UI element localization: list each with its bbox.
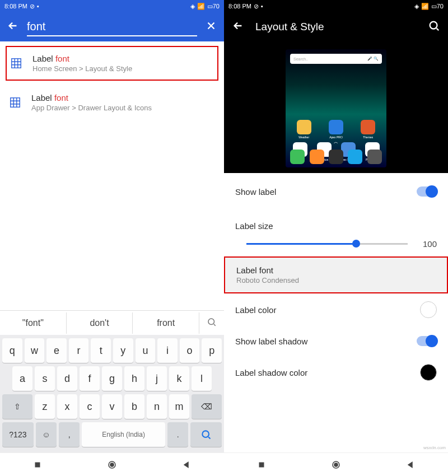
wifi-icon: ◈ bbox=[190, 3, 195, 10]
key[interactable]: c bbox=[80, 394, 100, 419]
status-bar: 8:08 PM ⊘ ▪ ◈ 📶 ▭70 bbox=[0, 0, 224, 12]
svg-point-10 bbox=[334, 463, 338, 466]
setting-label-color[interactable]: Label color bbox=[224, 293, 448, 326]
key[interactable]: p bbox=[202, 338, 222, 363]
search-input[interactable] bbox=[27, 18, 197, 36]
setting-shadow-color[interactable]: Label shadow color bbox=[224, 356, 448, 389]
suggestion[interactable]: front bbox=[133, 312, 199, 334]
search-result-item[interactable]: Label font Home Screen > Layout & Style bbox=[6, 46, 218, 81]
suggestion[interactable]: "font" bbox=[0, 312, 67, 334]
setting-show-shadow[interactable]: Show label shadow bbox=[224, 326, 448, 356]
label-size-slider[interactable]: 100 bbox=[224, 237, 448, 256]
key[interactable]: w bbox=[25, 338, 45, 363]
key[interactable]: d bbox=[57, 366, 77, 391]
search-result-item[interactable]: Label font App Drawer > Drawer Layout & … bbox=[0, 85, 224, 120]
setting-label-size: Label size bbox=[224, 207, 448, 237]
setting-label-font[interactable]: Label font Roboto Condensed bbox=[224, 256, 448, 293]
phone-left: 8:08 PM ⊘ ▪ ◈ 📶 ▭70 Label font Home Scre… bbox=[0, 0, 224, 476]
preview-dock bbox=[288, 150, 384, 164]
search-key[interactable] bbox=[190, 422, 222, 447]
back-icon[interactable] bbox=[7, 20, 19, 34]
svg-point-7 bbox=[430, 22, 437, 29]
wifi-icon: ◈ bbox=[414, 3, 419, 10]
search-icon[interactable] bbox=[428, 20, 440, 34]
key[interactable]: r bbox=[69, 338, 89, 363]
setting-show-label[interactable]: Show label bbox=[224, 176, 448, 207]
watermark: wsxdn.com bbox=[423, 445, 446, 450]
svg-point-2 bbox=[208, 319, 214, 325]
notification-icon: ▪ bbox=[37, 3, 39, 10]
back-icon[interactable] bbox=[232, 20, 244, 34]
keyboard: q w e r t y u i o p a s d f g h j k l ⇧ … bbox=[0, 335, 224, 452]
key[interactable]: a bbox=[12, 366, 32, 391]
svg-rect-4 bbox=[35, 462, 40, 467]
settings-list: Show label Label size 100 Label font Rob… bbox=[224, 173, 448, 452]
key[interactable]: n bbox=[147, 394, 167, 419]
svg-rect-8 bbox=[259, 462, 264, 467]
key[interactable]: f bbox=[80, 366, 100, 391]
result-path: App Drawer > Drawer Layout & Icons bbox=[31, 104, 152, 112]
emoji-key[interactable]: ☺ bbox=[36, 422, 57, 447]
status-time: 8:08 PM bbox=[4, 3, 27, 10]
nav-back[interactable] bbox=[405, 460, 416, 470]
symbols-key[interactable]: ?123 bbox=[2, 422, 34, 447]
preview-search-bar: Search..🎤 🔍 bbox=[290, 54, 382, 64]
key[interactable]: o bbox=[180, 338, 200, 363]
nav-back[interactable] bbox=[181, 460, 192, 470]
nav-home[interactable] bbox=[107, 460, 117, 470]
search-header bbox=[0, 12, 224, 41]
key[interactable]: t bbox=[91, 338, 111, 363]
backspace-key[interactable]: ⌫ bbox=[192, 394, 222, 419]
key[interactable]: j bbox=[147, 366, 167, 391]
svg-rect-0 bbox=[12, 59, 21, 68]
dnd-icon: ⊘ bbox=[254, 3, 259, 10]
nav-home[interactable] bbox=[331, 460, 341, 470]
toggle[interactable] bbox=[417, 186, 437, 197]
dnd-icon: ⊘ bbox=[30, 3, 35, 10]
key[interactable]: k bbox=[169, 366, 189, 391]
suggestion[interactable]: don't bbox=[67, 312, 133, 334]
key[interactable]: z bbox=[35, 394, 55, 419]
key[interactable]: g bbox=[102, 366, 122, 391]
slider-value: 100 bbox=[417, 239, 437, 249]
nav-bar bbox=[0, 452, 224, 476]
homescreen-preview: Search..🎤 🔍 WeatherApex PROThemes GmailP… bbox=[224, 41, 448, 173]
color-swatch[interactable] bbox=[420, 301, 437, 318]
space-key[interactable]: English (India) bbox=[82, 422, 165, 447]
page-title: Layout & Style bbox=[255, 21, 417, 33]
period-key[interactable]: . bbox=[167, 422, 188, 447]
color-swatch[interactable] bbox=[420, 364, 437, 381]
key[interactable]: v bbox=[102, 394, 122, 419]
close-icon[interactable] bbox=[205, 20, 217, 34]
search-results: Label font Home Screen > Layout & Style … bbox=[0, 41, 224, 310]
signal-icon: 📶 bbox=[421, 3, 429, 10]
svg-point-6 bbox=[110, 463, 114, 466]
nav-recents[interactable] bbox=[32, 460, 43, 470]
key[interactable]: s bbox=[35, 366, 55, 391]
result-path: Home Screen > Layout & Style bbox=[32, 64, 132, 73]
key[interactable]: q bbox=[2, 338, 22, 363]
settings-header: Layout & Style bbox=[224, 12, 448, 41]
nav-bar bbox=[224, 452, 448, 476]
status-time: 8:08 PM bbox=[228, 3, 251, 10]
nav-recents[interactable] bbox=[256, 460, 267, 470]
key[interactable]: m bbox=[169, 394, 189, 419]
grid-icon bbox=[10, 57, 22, 69]
comma-key[interactable]: , bbox=[59, 422, 80, 447]
key[interactable]: h bbox=[124, 366, 144, 391]
mic-icon[interactable] bbox=[199, 317, 224, 329]
key[interactable]: e bbox=[46, 338, 67, 363]
key[interactable]: x bbox=[57, 394, 77, 419]
key[interactable]: u bbox=[136, 338, 156, 363]
result-title: Label font bbox=[31, 93, 152, 102]
battery-icon: ▭70 bbox=[207, 3, 220, 10]
svg-point-3 bbox=[202, 431, 209, 437]
key[interactable]: i bbox=[157, 338, 178, 363]
grid-icon bbox=[9, 96, 21, 109]
notification-icon: ▪ bbox=[261, 3, 263, 10]
key[interactable]: b bbox=[124, 394, 144, 419]
toggle[interactable] bbox=[417, 336, 437, 346]
key[interactable]: l bbox=[192, 366, 212, 391]
shift-key[interactable]: ⇧ bbox=[2, 394, 32, 419]
key[interactable]: y bbox=[113, 338, 133, 363]
